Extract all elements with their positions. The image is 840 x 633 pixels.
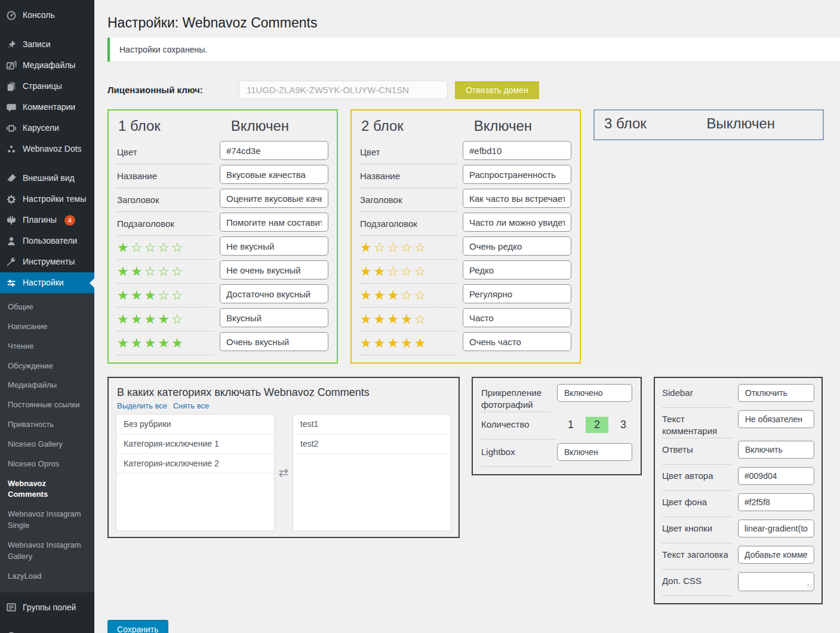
- rating-label-input[interactable]: [220, 284, 328, 303]
- list-item[interactable]: Категория-исключение 2: [116, 454, 274, 474]
- rating-blocks-row: 1 блок Включен Цвет Название Заголовок П…: [107, 109, 840, 364]
- submenu-item-privacy[interactable]: Приватность: [0, 415, 94, 435]
- submenu-item-general[interactable]: Общие: [0, 297, 94, 317]
- block-status: Выключен: [706, 115, 775, 132]
- quantity-option-2-selected[interactable]: 2: [586, 417, 608, 433]
- sidebar-item-webnavoz-dots[interactable]: Webnavoz Dots: [0, 139, 94, 159]
- submenu-item-niceseo-opros[interactable]: Niceseo Opros: [0, 454, 94, 474]
- sidebar-item-comments[interactable]: Комментарии: [0, 97, 94, 118]
- sidebar-item-label: Настройки: [23, 278, 64, 288]
- star-rating-3: ★★★☆☆: [360, 284, 457, 308]
- available-categories-list[interactable]: Без рубрики Категория-исключение 1 Катег…: [116, 414, 275, 531]
- submenu-item-lazyload[interactable]: LazyLoad: [0, 567, 94, 586]
- rating-row-2: ★★☆☆☆: [360, 260, 571, 284]
- author-color-row: Цвет автора: [662, 467, 814, 491]
- submenu-item-discussion[interactable]: Обсуждение: [0, 357, 94, 376]
- lightbox-select[interactable]: Включен: [557, 443, 632, 461]
- submenu-item-media[interactable]: Медиафайлы: [0, 376, 94, 395]
- sidebar-item-label: Комментарии: [23, 102, 75, 112]
- submenu-item-writing[interactable]: Написание: [0, 317, 94, 337]
- sidebar-select[interactable]: Отключить: [738, 384, 814, 402]
- button-color-input[interactable]: [738, 520, 814, 537]
- comment-text-select[interactable]: Не обязателен: [738, 410, 814, 428]
- unlink-domain-button[interactable]: Отвязать домен: [455, 81, 539, 99]
- submenu-item-reading[interactable]: Чтение: [0, 337, 94, 357]
- rating-label-input[interactable]: [220, 332, 328, 351]
- block-1-panel: 1 блок Включен Цвет Название Заголовок П…: [107, 109, 338, 364]
- sidebar-item-settings[interactable]: Настройки: [0, 272, 94, 293]
- header-text-input[interactable]: [738, 546, 814, 564]
- tools-icon: [6, 256, 17, 268]
- list-item[interactable]: Без рубрики: [116, 414, 274, 434]
- title-input[interactable]: [463, 189, 571, 208]
- background-color-row: Цвет фона: [662, 493, 814, 517]
- sidebar-item-carousels[interactable]: Карусели: [0, 118, 94, 139]
- star-filled-icon: ★: [374, 312, 387, 327]
- field-row-title: Заголовок: [117, 188, 328, 212]
- attach-photos-label: Прикрепление фотографий: [481, 384, 551, 412]
- name-input[interactable]: [220, 165, 328, 184]
- submenu-item-webnavoz-instagram-gallery[interactable]: Webnavoz Instagram Gallery: [0, 536, 94, 567]
- author-color-input[interactable]: [738, 467, 814, 485]
- submenu-item-permalinks[interactable]: Постоянные ссылки: [0, 395, 94, 415]
- star-rating-2: ★★☆☆☆: [117, 260, 214, 284]
- rating-label-input[interactable]: [463, 308, 571, 327]
- sidebar-item-theme-settings[interactable]: Настройки темы: [0, 189, 94, 210]
- subtitle-input[interactable]: [220, 213, 328, 232]
- block-name: 1 блок: [118, 118, 161, 134]
- field-row-subtitle: Подзаголовок: [360, 212, 571, 236]
- sidebar-item-tools[interactable]: Инструменты: [0, 251, 94, 272]
- star-empty-icon: ☆: [158, 240, 171, 256]
- star-filled-icon: ★: [387, 336, 401, 351]
- color-input[interactable]: [220, 141, 328, 160]
- name-input[interactable]: [463, 165, 571, 184]
- sidebar-item-users[interactable]: Пользователи: [0, 231, 94, 251]
- rating-label-input[interactable]: [220, 260, 328, 279]
- display-options-panel: Sidebar Отключить Текст комментария Не о…: [654, 377, 823, 604]
- select-all-link[interactable]: Выделить все: [117, 401, 167, 410]
- rating-label-input[interactable]: [463, 260, 571, 279]
- plugins-update-badge: 4: [64, 215, 75, 226]
- sidebar-item-media[interactable]: Медиафайлы: [0, 55, 94, 76]
- sidebar-item-label: Плагины: [23, 215, 57, 225]
- rating-label-input[interactable]: [463, 236, 571, 256]
- submenu-item-webnavoz-instagram-single[interactable]: Webnavoz Instagram Single: [0, 505, 94, 536]
- rating-label-input[interactable]: [463, 332, 571, 351]
- list-item[interactable]: test1: [293, 414, 451, 434]
- star-rating-5: ★★★★★: [360, 331, 457, 355]
- save-button[interactable]: Сохранить: [107, 620, 168, 633]
- quantity-option-3[interactable]: 3: [614, 417, 632, 433]
- option-label: Доп. CSS: [662, 572, 732, 596]
- star-filled-icon: ★: [144, 288, 158, 303]
- star-empty-icon: ☆: [171, 312, 185, 327]
- sidebar-item-field-groups[interactable]: Группы полей: [0, 597, 94, 618]
- title-input[interactable]: [220, 189, 328, 208]
- submenu-item-niceseo-gallery[interactable]: Niceseo Gallery: [0, 435, 94, 454]
- block-name: 3 блок: [604, 115, 647, 132]
- attach-photos-select[interactable]: Включено: [557, 384, 632, 402]
- sidebar-item-pages[interactable]: Страницы: [0, 76, 94, 97]
- quantity-option-1[interactable]: 1: [562, 417, 580, 433]
- list-item[interactable]: test2: [293, 434, 451, 454]
- license-key-input[interactable]: [239, 81, 448, 99]
- sidebar-item-posts[interactable]: Записи: [0, 34, 94, 55]
- field-label: Название: [117, 164, 214, 188]
- background-color-input[interactable]: [738, 493, 814, 511]
- custom-css-textarea[interactable]: [738, 572, 814, 591]
- replies-select[interactable]: Включить: [738, 441, 814, 459]
- sidebar-item-appearance[interactable]: Внешний вид: [0, 168, 94, 189]
- selected-categories-list[interactable]: test1 test2: [293, 414, 451, 531]
- plugin-icon: [6, 214, 17, 226]
- submenu-item-webnavoz-comments[interactable]: Webnavoz Comments: [0, 474, 94, 505]
- sidebar-item-dashboard[interactable]: Консоль: [0, 5, 94, 26]
- color-input[interactable]: [463, 141, 571, 160]
- rating-label-input[interactable]: [220, 308, 328, 327]
- subtitle-input[interactable]: [463, 213, 571, 232]
- sidebar-item-seo[interactable]: SEO: [0, 626, 94, 633]
- star-filled-icon: ★: [158, 336, 171, 351]
- deselect-all-link[interactable]: Снять все: [173, 401, 209, 410]
- rating-label-input[interactable]: [463, 284, 571, 303]
- rating-label-input[interactable]: [220, 236, 328, 256]
- sidebar-item-plugins[interactable]: Плагины 4: [0, 210, 94, 231]
- list-item[interactable]: Категория-исключение 1: [116, 434, 274, 454]
